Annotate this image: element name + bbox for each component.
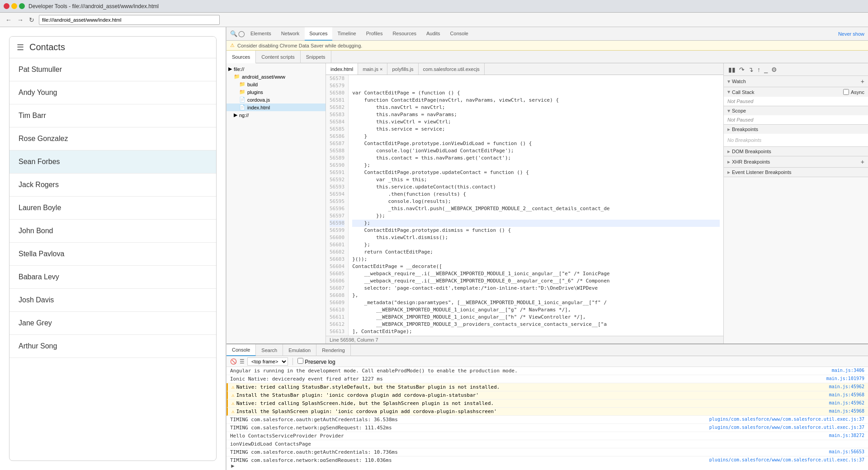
contact-item[interactable]: Stella Pavlova <box>9 243 216 266</box>
breakpoints-header[interactable]: ▶ Breakpoints <box>724 125 868 134</box>
close-button[interactable] <box>4 3 9 9</box>
call-stack-section: ▶ Call Stack Async Not Paused <box>724 87 868 106</box>
event-listener-header[interactable]: ▶ Event Listener Breakpoints <box>724 168 868 177</box>
never-show-button[interactable]: Never show <box>838 31 864 37</box>
contact-item[interactable]: Arthur Song <box>9 335 216 358</box>
app-frame: ☰ Contacts Pat StumullerAndy YoungTim Ba… <box>9 36 217 461</box>
step-out-button[interactable]: ↑ <box>756 65 761 74</box>
async-input[interactable] <box>843 89 849 95</box>
console-tab-console[interactable]: Console <box>226 344 256 356</box>
preserve-log-checkbox[interactable] <box>297 358 303 364</box>
address-input[interactable] <box>39 15 220 25</box>
deactivate-button[interactable]: ⎯ <box>763 65 769 74</box>
warn-icon: ⚠ <box>231 409 235 414</box>
console-tab-search[interactable]: Search <box>256 344 283 356</box>
console-prompt[interactable]: ► <box>226 462 868 470</box>
console-line-src[interactable]: main.js:101979 <box>826 376 864 381</box>
code-content[interactable]: 5657856579565805658156582565835658456585… <box>326 75 723 336</box>
dom-breakpoints-header[interactable]: ▶ DOM Breakpoints <box>724 147 868 156</box>
file-tab-polyfills[interactable]: polyfills.js <box>387 63 418 75</box>
console-line-src[interactable]: main.js:45968 <box>829 392 864 397</box>
root-icon: ▶ <box>228 66 232 72</box>
sources-tab-sources[interactable]: Sources <box>226 51 256 63</box>
console-line-src[interactable]: main.js:38272 <box>829 433 864 438</box>
console-line-src[interactable]: plugins/com.salesforce/www/com.salesforc… <box>709 457 864 462</box>
tree-item[interactable]: 📁 android_asset/www <box>226 73 326 80</box>
add-watch-button[interactable]: + <box>861 78 864 85</box>
filter-button[interactable]: ☰ <box>240 358 245 365</box>
pause-button[interactable]: ▮▮ <box>727 65 736 74</box>
nav-buttons[interactable]: ← → ↻ <box>4 15 36 24</box>
tab-audits[interactable]: Audits <box>422 27 445 41</box>
no-breakpoints-text: No Breakpoints <box>727 136 864 145</box>
reload-button[interactable]: ↻ <box>27 15 36 24</box>
add-xhr-button[interactable]: + <box>861 158 864 165</box>
console-line-src[interactable]: main.js:45962 <box>829 400 864 405</box>
devtools-search-icon[interactable]: 🔍 <box>230 30 237 37</box>
settings-button[interactable]: ⚙ <box>770 65 778 74</box>
contact-item[interactable]: Josh Davis <box>9 289 216 312</box>
console-line-src[interactable]: plugins/com.salesforce/www/com.salesforc… <box>709 425 864 430</box>
scope-header[interactable]: ▶ Scope <box>724 106 868 115</box>
tree-item[interactable]: ▶ file:// <box>226 65 326 73</box>
console-line-src[interactable]: main.js:45962 <box>829 384 864 389</box>
minimize-button[interactable] <box>11 3 17 9</box>
contact-item[interactable]: Jack Rogers <box>9 174 216 197</box>
tab-sources[interactable]: Sources <box>305 27 332 41</box>
tree-item[interactable]: 📁 build <box>226 80 326 88</box>
step-into-button[interactable]: ↴ <box>747 65 755 74</box>
console-line-src[interactable]: main.js:3406 <box>832 368 864 373</box>
back-button[interactable]: ← <box>4 15 14 24</box>
async-checkbox[interactable]: Async <box>843 89 864 95</box>
contact-item[interactable]: Rose Gonzalez <box>9 127 216 150</box>
contact-item[interactable]: Babara Levy <box>9 266 216 289</box>
contact-item[interactable]: Andy Young <box>9 81 216 104</box>
contact-item[interactable]: Tim Barr <box>9 104 216 127</box>
forward-button[interactable]: → <box>15 15 25 24</box>
code-position: Line 56598, Column 7 <box>330 337 378 343</box>
console-line-msg: TIMING com.salesforce.network:pgSendRequ… <box>230 457 706 462</box>
tab-resources[interactable]: Resources <box>388 27 421 41</box>
console-line: TIMING com.salesforce.network:pgSendRequ… <box>226 424 868 432</box>
maximize-button[interactable] <box>19 3 25 9</box>
tab-console[interactable]: Console <box>446 27 473 41</box>
contact-item[interactable]: Pat Stumuller <box>9 58 216 81</box>
clear-console-button[interactable]: 🚫 <box>230 358 237 365</box>
devtools-dock-icon[interactable]: ◯ <box>238 30 245 37</box>
tab-profiles[interactable]: Profiles <box>362 27 387 41</box>
console-tab-rendering[interactable]: Rendering <box>316 344 351 356</box>
console-input[interactable] <box>237 463 864 469</box>
preserve-log-label: Preserve log <box>297 358 335 365</box>
tab-timeline[interactable]: Timeline <box>333 27 361 41</box>
console-line-src[interactable]: main.js:56653 <box>829 449 864 454</box>
sources-tab-content[interactable]: Content scripts <box>256 51 300 63</box>
tree-item[interactable]: 📄 cordova.js <box>226 96 326 103</box>
hamburger-icon[interactable]: ☰ <box>17 42 24 52</box>
title-bar-controls[interactable] <box>4 3 25 9</box>
tab-network[interactable]: Network <box>277 27 304 41</box>
step-over-button[interactable]: ↷ <box>738 65 745 74</box>
scope-section: ▶ Scope Not Paused <box>724 106 868 125</box>
xhr-breakpoints-header[interactable]: ▶ XHR Breakpoints + <box>724 156 868 167</box>
tree-item[interactable]: 📄 index.html <box>226 103 326 111</box>
console-tab-emulation[interactable]: Emulation <box>283 344 316 356</box>
file-tab-execjs[interactable]: com.salesforce.util.execjs <box>419 63 485 75</box>
breakpoints-section: ▶ Breakpoints No Breakpoints <box>724 125 868 147</box>
console-line-src[interactable]: main.js:45968 <box>829 409 864 414</box>
frame-select[interactable]: <top frame> <box>247 357 288 366</box>
sources-tab-snippets[interactable]: Snippets <box>301 51 331 63</box>
tree-item[interactable]: ▶ ng:// <box>226 111 326 119</box>
call-stack-header[interactable]: ▶ Call Stack Async <box>724 87 868 97</box>
contact-item[interactable]: Sean Forbes <box>9 150 216 174</box>
file-tab-main[interactable]: main.js × <box>358 63 387 75</box>
tree-item[interactable]: 📁 plugins <box>226 88 326 96</box>
console-output[interactable]: Angular is running in the development mo… <box>226 367 868 462</box>
contact-item[interactable]: Lauren Boyle <box>9 197 216 220</box>
console-line-src[interactable]: plugins/com.salesforce/www/com.salesforc… <box>709 417 864 422</box>
file-tab-index[interactable]: index.html <box>326 63 358 75</box>
contact-item[interactable]: Jane Grey <box>9 312 216 335</box>
tab-elements[interactable]: Elements <box>246 27 276 41</box>
contact-item[interactable]: John Bond <box>9 220 216 243</box>
watch-section-header[interactable]: ▶ Watch + <box>724 76 868 87</box>
root-icon: ▶ <box>234 112 237 118</box>
